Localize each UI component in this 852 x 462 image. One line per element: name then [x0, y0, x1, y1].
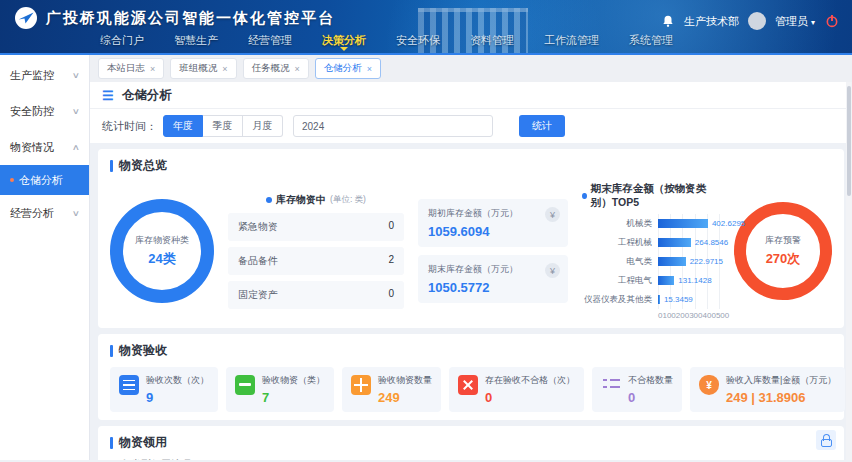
yuan-icon: ¥ [545, 263, 560, 278]
sidebar: 生产监控∨安全防控∨物资情况∧仓储分析经营分析∨ [0, 55, 90, 460]
bar-category-label: 电气类 [582, 256, 658, 268]
avatar[interactable] [748, 12, 766, 30]
lock-icon [821, 439, 832, 447]
page-head: ☰ 仓储分析 [90, 82, 852, 109]
tab-label: 任务概况 [252, 62, 290, 75]
stock-list-header: 库存物资中 (单位: 类) [228, 193, 404, 207]
scrollbar-thumb[interactable] [847, 86, 851, 196]
sidebar-group: 生产监控∨ [0, 57, 89, 93]
box-icon [235, 375, 255, 395]
amount-card: 期初库存金额（万元）¥1059.6094 [418, 199, 568, 247]
logout-power-icon[interactable] [824, 13, 840, 29]
bar [658, 238, 691, 247]
requisition-chart-title-row: 各类型领用情况 [110, 458, 832, 460]
sidebar-item[interactable]: 生产监控∨ [0, 57, 89, 93]
stock-label: 备品备件 [238, 254, 278, 268]
year-input[interactable] [293, 115, 493, 137]
stat-value: 9 [146, 390, 209, 405]
main-layout: 生产监控∨安全防控∨物资情况∧仓储分析经营分析∨ 本站日志×班组概况×任务概况×… [0, 55, 852, 460]
bar-row: 机械类402.6295 [582, 214, 720, 233]
nav-item[interactable]: 系统管理 [629, 33, 673, 48]
sidebar-item-label: 生产监控 [10, 68, 54, 83]
nav-item[interactable]: 决策分析 [322, 33, 366, 48]
stat-value: 249 | 31.8906 [726, 390, 836, 405]
bell-icon[interactable] [661, 14, 675, 28]
bar-row: 工程机械264.8546 [582, 233, 720, 252]
chevron-down-icon: ∨ [72, 71, 80, 80]
close-icon[interactable]: × [222, 64, 227, 74]
sidebar-subitem-label: 仓储分析 [19, 173, 63, 188]
tab[interactable]: 本站日志× [98, 58, 164, 79]
bar-track: 15.3459 [658, 290, 720, 309]
donut-label: 库存预警 [765, 234, 801, 247]
amount-cards: 期初库存金额（万元）¥1059.6094期末库存金额（万元）¥1050.5772 [418, 199, 568, 303]
tab[interactable]: 仓储分析× [315, 58, 381, 79]
stat-text: 验收入库数量|金额（万元）249 | 31.8906 [726, 374, 836, 405]
amount-value: 1059.6094 [428, 224, 558, 239]
nav-item[interactable]: 智慧生产 [174, 33, 218, 48]
bar-value-label: 15.3459 [664, 295, 693, 304]
period-button[interactable]: 月度 [243, 115, 283, 137]
stat-label: 验收入库数量|金额（万元） [726, 374, 836, 387]
tab[interactable]: 班组概况× [170, 58, 236, 79]
materials-overview-panel: 物资总览 库存物资种类 24类 库存物资中 (单位: 类) 紧急物资0备品备件2… [98, 149, 844, 328]
sidebar-item[interactable]: 安全防控∨ [0, 93, 89, 129]
donut-label: 库存物资种类 [135, 234, 189, 247]
x-tick-label: 200 [676, 311, 689, 320]
nav-item[interactable]: 工作流管理 [544, 33, 599, 48]
collapse-menu-icon[interactable]: ☰ [102, 88, 114, 103]
bar-track: 131.1428 [658, 271, 720, 290]
nav-item[interactable]: 综合门户 [100, 33, 144, 48]
brand: 广投桥巩能源公司智能一体化管控平台 [14, 6, 335, 30]
stat-text: 存在验收不合格（次）0 [485, 374, 575, 405]
close-icon[interactable]: × [295, 64, 300, 74]
stat-card: 验收次数（次）9 [110, 367, 218, 412]
lock-button[interactable] [816, 430, 836, 450]
user-menu[interactable]: 管理员 ▾ [775, 14, 815, 29]
bar-category-label: 工程机械 [582, 237, 658, 249]
stat-label: 不合格数量 [628, 374, 673, 387]
stat-card: 验收物资数量249 [342, 367, 441, 412]
packages-icon [351, 375, 371, 395]
bar [658, 295, 660, 304]
sidebar-item-label: 经营分析 [10, 206, 54, 221]
nav-item[interactable]: 安全环保 [396, 33, 440, 48]
stat-value: 0 [628, 390, 673, 405]
sidebar-group: 物资情况∧仓储分析 [0, 129, 89, 195]
stat-card: 验收物资（类）7 [226, 367, 334, 412]
x-tick-label: 100 [662, 311, 675, 320]
vertical-scrollbar[interactable] [846, 82, 852, 460]
bar-value-label: 222.9715 [690, 257, 723, 266]
top5-chart: 期末库存金额（按物资类别）TOP5 机械类402.6295工程机械264.854… [582, 182, 720, 320]
content-column: 本站日志×班组概况×任务概况×仓储分析× ☰ 仓储分析 统计时间： 年度季度月度… [90, 55, 852, 460]
stock-row: 固定资产0 [228, 281, 404, 309]
sidebar-item[interactable]: 物资情况∧ [0, 129, 89, 165]
sidebar-subitem[interactable]: 仓储分析 [0, 165, 89, 195]
stock-list-unit: (单位: 类) [330, 194, 366, 206]
tab-label: 班组概况 [179, 62, 217, 75]
stat-text: 验收物资数量249 [378, 374, 432, 405]
stat-submit-button[interactable]: 统计 [519, 115, 565, 137]
stat-value: 7 [262, 390, 325, 405]
chevron-down-icon: ∨ [72, 209, 80, 218]
stock-label: 固定资产 [238, 288, 278, 302]
nav-item[interactable]: 资料管理 [470, 33, 514, 48]
period-button[interactable]: 季度 [203, 115, 243, 137]
stock-list-title: 库存物资中 [276, 193, 326, 207]
sidebar-item-label: 物资情况 [10, 140, 54, 155]
document-icon [119, 375, 139, 395]
nav-item[interactable]: 经营管理 [248, 33, 292, 48]
period-button[interactable]: 年度 [163, 115, 203, 137]
sidebar-item[interactable]: 经营分析∨ [0, 195, 89, 231]
stock-types-donut-chart: 库存物资种类 24类 [110, 199, 214, 303]
close-icon[interactable]: × [367, 64, 372, 74]
page-title: 仓储分析 [122, 87, 172, 104]
tab[interactable]: 任务概况× [243, 58, 309, 79]
period-group: 年度季度月度 [163, 115, 283, 137]
top5-rows: 机械类402.6295工程机械264.8546电气类222.9715工程电气13… [582, 214, 720, 309]
close-icon[interactable]: × [150, 64, 155, 74]
bar-track: 264.8546 [658, 233, 720, 252]
filter-label: 统计时间： [102, 119, 157, 134]
stock-value: 0 [388, 288, 394, 302]
stat-value: 0 [485, 390, 575, 405]
